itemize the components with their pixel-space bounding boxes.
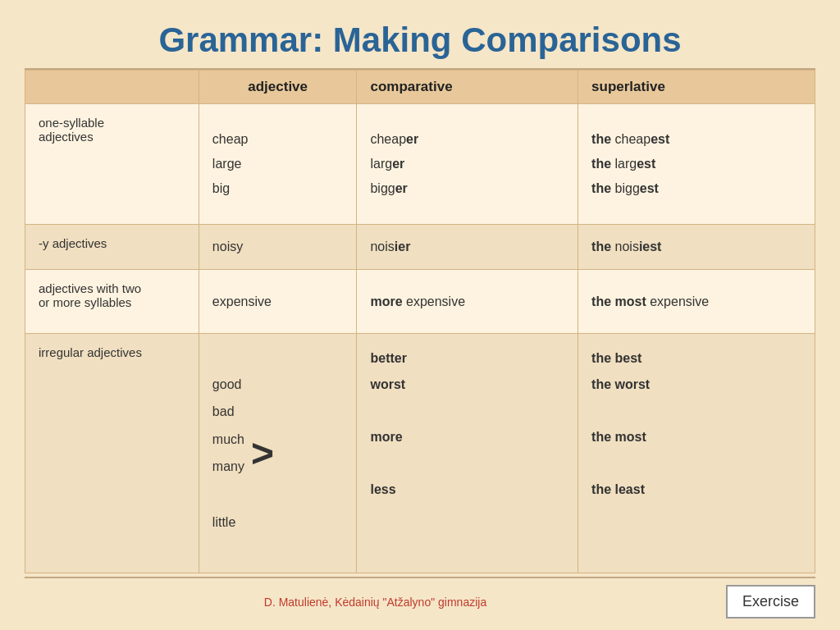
bold-the1: the	[591, 132, 611, 146]
irreg-super-list: the best the worst the most the least	[591, 345, 801, 503]
grammar-table: adjective comparative superlative one-sy…	[25, 70, 815, 573]
bold-est3: est	[640, 181, 659, 195]
bold-the-most1: the most	[591, 294, 646, 308]
row-superlatives: the most expensive	[578, 270, 815, 333]
bold-worst-comp: worst	[370, 377, 405, 391]
table-row: adjectives with twoor more syllables exp…	[25, 270, 815, 333]
row-category: one-syllableadjectives	[25, 104, 199, 225]
bold-est2: est	[637, 157, 655, 171]
adj-list: cheaplargebig	[212, 127, 344, 202]
bold-er: er	[406, 132, 418, 146]
bold-iest: iest	[639, 240, 662, 253]
row-superlatives: the cheapest the largest the biggest	[578, 104, 815, 225]
bold-ier: ier	[395, 240, 411, 253]
table-row: -y adjectives noisy noisier the noisiest	[25, 225, 815, 270]
super-list: the cheapest the largest the biggest	[591, 127, 801, 202]
bold-er2: er	[392, 157, 404, 171]
row-adjectives: goodbadmuchmany little >	[199, 333, 357, 573]
row-category: adjectives with twoor more syllables	[25, 270, 199, 333]
bold-the-best: the best	[591, 351, 641, 365]
bold-better: better	[370, 351, 406, 365]
table-row: one-syllableadjectives cheaplargebig che…	[25, 104, 815, 225]
row-adjectives: noisy	[199, 225, 357, 270]
bold-the-worst: the worst	[591, 377, 650, 391]
bold-the-most2: the most	[591, 430, 646, 444]
col-header-comparative: comparative	[357, 71, 578, 104]
row-comparatives: cheaper larger bigger	[357, 104, 578, 225]
row-category: -y adjectives	[25, 225, 199, 270]
bold-the2: the	[591, 157, 611, 171]
page-title: Grammar: Making Comparisons	[25, 8, 815, 68]
col-header-category	[25, 71, 199, 104]
table-row: irregular adjectives goodbadmuchmany lit…	[25, 333, 815, 573]
bold-more: more	[370, 294, 402, 308]
row-comparatives: more expensive	[357, 270, 578, 333]
row-comparatives: better worst more less	[357, 333, 578, 573]
bold-the-least: the least	[591, 482, 645, 496]
col-header-adjective: adjective	[199, 71, 357, 104]
bold-the3: the	[591, 181, 611, 195]
row-category: irregular adjectives	[25, 333, 199, 573]
bold-less: less	[370, 482, 395, 496]
bold-er3: er	[395, 181, 408, 195]
row-comparatives: noisier	[357, 225, 578, 270]
col-header-superlative: superlative	[578, 71, 815, 104]
table-header-row: adjective comparative superlative	[25, 71, 815, 104]
footer-credit: D. Matulienė, Kėdainių "Atžalyno" gimnaz…	[264, 596, 486, 609]
bold-the4: the	[591, 240, 611, 253]
greater-than-symbol: >	[251, 431, 274, 476]
irreg-word-list: goodbadmuchmany little	[212, 371, 244, 536]
row-adjectives: expensive	[199, 270, 357, 333]
bold-est1: est	[651, 132, 669, 146]
footer: D. Matulienė, Kėdainių "Atžalyno" gimnaz…	[25, 577, 815, 622]
exercise-button[interactable]: Exercise	[726, 585, 815, 619]
comp-list: cheaper larger bigger	[370, 127, 564, 202]
bold-more2: more	[370, 430, 402, 444]
row-superlatives: the best the worst the most the least	[578, 333, 815, 573]
row-superlatives: the noisiest	[578, 225, 815, 270]
irreg-comp-list: better worst more less	[370, 345, 564, 503]
row-adjectives: cheaplargebig	[199, 104, 357, 225]
page: Grammar: Making Comparisons adjective co…	[0, 0, 840, 630]
